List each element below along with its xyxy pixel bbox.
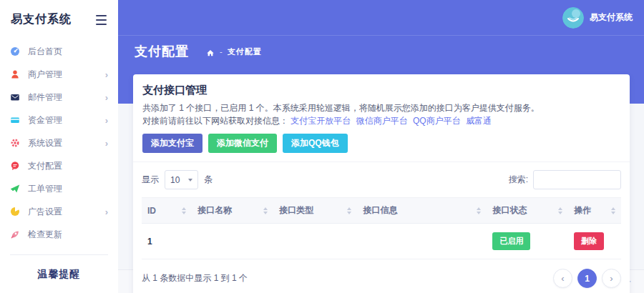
sidebar-item-system-settings[interactable]: 系统设置 › xyxy=(0,131,118,154)
sidebar-item-label: 商户管理 xyxy=(28,69,105,81)
sort-icon xyxy=(558,207,562,214)
sort-icon xyxy=(477,207,481,214)
entries-label: 条 xyxy=(204,174,213,186)
link-weifutong[interactable]: 威富通 xyxy=(466,116,492,126)
topbar: 易支付系统 xyxy=(118,0,644,36)
add-wechat-pay-button[interactable]: 添加微信支付 xyxy=(208,134,277,153)
card-description-line1: 共添加了 1 个接口，已启用 1 个。本系统采用轮巡逻辑，将随机展示您添加的接口… xyxy=(142,101,620,114)
sidebar-item-payment-config[interactable]: 支付配置 xyxy=(0,154,118,177)
sidebar-item-label: 系统设置 xyxy=(28,137,105,149)
sidebar-item-label: 广告设置 xyxy=(28,206,105,218)
payment-interface-card: 支付接口管理 共添加了 1 个接口，已启用 1 个。本系统采用轮巡逻辑，将随机展… xyxy=(133,74,630,293)
sidebar-item-check-update[interactable]: 检查更新 xyxy=(0,223,118,246)
sidebar-brand[interactable]: 易支付系统 xyxy=(11,12,72,27)
sidebar-item-label: 检查更新 xyxy=(28,229,108,241)
table-row: 1 已启用 删除 xyxy=(142,224,621,259)
sort-icon xyxy=(347,207,351,214)
cell-id: 1 xyxy=(142,224,192,259)
add-alipay-button[interactable]: 添加支付宝 xyxy=(142,134,203,153)
cell-interface-info xyxy=(357,224,487,259)
sidebar-item-mail[interactable]: 邮件管理 › xyxy=(0,86,118,109)
sidebar: 易支付系统 后台首页 商户管理 › 邮件管理 › xyxy=(0,0,118,293)
add-qq-wallet-button[interactable]: 添加QQ钱包 xyxy=(283,134,348,153)
user-menu[interactable]: 易支付系统 xyxy=(562,7,633,29)
pagination-prev-button[interactable]: ‹ xyxy=(553,269,572,288)
column-header-interface-type[interactable]: 接口类型 xyxy=(273,198,357,224)
pagination: ‹ 1 › xyxy=(553,269,621,288)
sidebar-item-tickets[interactable]: 工单管理 xyxy=(0,177,118,200)
caret-down-icon xyxy=(188,179,192,182)
sidebar-note: 温馨提醒 xyxy=(0,268,118,281)
cell-interface-name xyxy=(192,224,273,259)
sidebar-menu: 后台首页 商户管理 › 邮件管理 › 资金管理 › xyxy=(0,40,118,246)
sidebar-item-label: 资金管理 xyxy=(28,114,105,126)
chevron-right-icon: › xyxy=(105,116,108,125)
merchant-user-icon xyxy=(10,69,20,79)
chevron-right-icon: › xyxy=(105,70,108,79)
breadcrumb-separator: - xyxy=(220,47,223,56)
sidebar-item-label: 工单管理 xyxy=(28,183,108,195)
sort-icon xyxy=(182,207,186,214)
link-alipay-open-platform[interactable]: 支付宝开放平台 xyxy=(291,116,351,126)
cell-interface-status: 已启用 xyxy=(487,224,568,259)
show-label: 显示 xyxy=(142,174,159,186)
interface-table: ID 接口名称 接口类型 接口信息 接口状态 操作 1 已启用 xyxy=(142,197,621,259)
sort-icon xyxy=(611,207,615,214)
gear-icon xyxy=(10,138,20,148)
funds-card-icon xyxy=(10,115,20,125)
table-header-row: ID 接口名称 接口类型 接口信息 接口状态 操作 xyxy=(142,198,621,224)
dashboard-icon xyxy=(10,46,20,56)
page-size-value: 10 xyxy=(170,175,180,185)
sort-icon xyxy=(263,207,268,214)
sidebar-item-ads[interactable]: 广告设置 › xyxy=(0,200,118,223)
cell-interface-type xyxy=(273,224,357,259)
card-description-line2: 对接前请前往以下网站获取对接信息： 支付宝开放平台 微信商户平台 QQ商户平台 … xyxy=(142,114,620,127)
sidebar-item-dashboard[interactable]: 后台首页 xyxy=(0,40,118,63)
search-label: 搜索: xyxy=(509,174,528,186)
desc-line2-prefix: 对接前请前往以下网站获取对接信息： xyxy=(142,116,288,126)
chevron-right-icon: › xyxy=(105,93,108,102)
delete-button[interactable]: 删除 xyxy=(574,232,604,250)
mail-icon xyxy=(10,92,20,102)
chevron-right-icon: › xyxy=(105,207,108,217)
pagination-page-1-button[interactable]: 1 xyxy=(577,269,597,288)
update-rocket-icon xyxy=(10,229,20,239)
home-icon[interactable] xyxy=(206,47,215,56)
status-enabled-badge[interactable]: 已启用 xyxy=(492,232,530,250)
pagination-next-button[interactable]: › xyxy=(602,269,621,288)
user-avatar-icon[interactable] xyxy=(562,7,584,29)
sidebar-item-label: 邮件管理 xyxy=(28,91,105,104)
sidebar-item-merchants[interactable]: 商户管理 › xyxy=(0,63,118,86)
payment-config-icon xyxy=(10,161,20,171)
table-info-text: 从 1 条数据中显示 1 到 1 个 xyxy=(142,272,248,284)
card-title: 支付接口管理 xyxy=(142,84,620,97)
link-qq-merchant-platform[interactable]: QQ商户平台 xyxy=(413,116,461,126)
column-header-interface-info[interactable]: 接口信息 xyxy=(357,198,487,224)
column-header-interface-name[interactable]: 接口名称 xyxy=(192,198,273,224)
sidebar-divider xyxy=(10,254,108,255)
column-header-actions[interactable]: 操作 xyxy=(568,198,621,224)
breadcrumb-current: 支付配置 xyxy=(228,46,262,57)
page-size-select[interactable]: 10 xyxy=(165,170,198,189)
column-header-id[interactable]: ID xyxy=(142,198,192,224)
column-header-interface-status[interactable]: 接口状态 xyxy=(487,198,568,224)
topbar-username: 易支付系统 xyxy=(590,11,633,24)
sidebar-item-label: 支付配置 xyxy=(28,160,108,172)
sidebar-item-label: 后台首页 xyxy=(28,46,108,58)
chevron-right-icon: › xyxy=(105,139,108,148)
breadcrumb: - 支付配置 xyxy=(206,46,262,57)
ticket-plane-icon xyxy=(10,184,20,194)
ads-pie-icon xyxy=(10,207,20,217)
page-title: 支付配置 xyxy=(135,43,189,60)
cell-actions: 删除 xyxy=(568,224,621,259)
search-input[interactable] xyxy=(533,170,621,189)
sidebar-toggle-icon[interactable] xyxy=(96,13,107,27)
sidebar-item-funds[interactable]: 资金管理 › xyxy=(0,109,118,131)
link-wechat-merchant-platform[interactable]: 微信商户平台 xyxy=(356,116,408,126)
